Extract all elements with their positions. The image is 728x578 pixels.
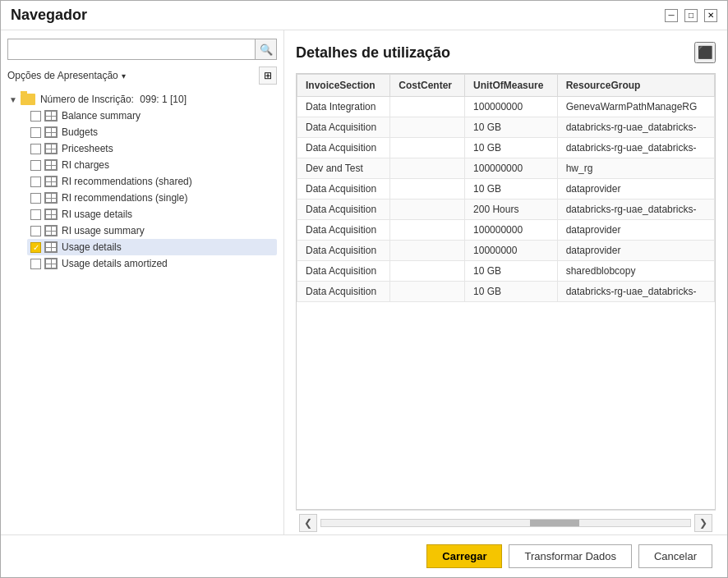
right-panel: Detalhes de utilização ⬛ InvoiceSectionC… (284, 30, 727, 534)
table-cell-r5-c2: 200 Hours (465, 200, 558, 220)
minimize-button[interactable]: ─ (665, 9, 678, 22)
table-cell-r5-c0: Data Acquisition (297, 200, 390, 220)
root-label: Número de Inscrição: 099: 1 [10] (40, 94, 187, 105)
table-icon (44, 258, 58, 269)
table-cell-r0-c0: Data Integration (297, 97, 390, 117)
load-button[interactable]: Carregar (426, 544, 502, 568)
tree-item-pricesheets[interactable]: Pricesheets (27, 140, 277, 157)
tree-item-ri-charges[interactable]: RI charges (27, 157, 277, 173)
table-cell-r0-c2: 100000000 (465, 97, 558, 117)
export-button[interactable]: ⬛ (694, 42, 716, 63)
window-title: Navegador (11, 7, 87, 24)
scroll-thumb (530, 520, 579, 526)
item-label-budgets: Budgets (62, 126, 98, 138)
table-icon (44, 192, 58, 204)
table-row: Data Acquisition10000000dataprovider (297, 241, 715, 261)
table-cell-r6-c0: Data Acquisition (297, 220, 390, 241)
item-label-pricesheets: Pricesheets (62, 143, 113, 154)
col-header-unitofmeasure: UnitOfMeasure (465, 75, 558, 97)
data-table-wrapper[interactable]: InvoiceSectionCostCenterUnitOfMeasureRes… (296, 73, 716, 510)
tree-item-ri-recommendations-shared[interactable]: RI recommendations (shared) (27, 173, 277, 190)
checkbox-balance-summary[interactable] (30, 111, 41, 122)
table-row: Data Integration100000000GenevaWarmPathM… (297, 97, 715, 117)
table-cell-r4-c0: Data Acquisition (297, 179, 390, 200)
table-cell-r3-c3: hw_rg (557, 158, 714, 179)
table-row: Data Acquisition10 GBdatabricks-rg-uae_d… (297, 117, 715, 138)
table-cell-r7-c1 (390, 241, 465, 261)
table-cell-r6-c2: 100000000 (465, 220, 558, 241)
table-cell-r6-c1 (390, 220, 465, 241)
checkbox-ri-recommendations-shared[interactable] (30, 177, 41, 187)
transform-button[interactable]: Transformar Dados (509, 544, 632, 568)
checkbox-ri-charges[interactable] (30, 160, 41, 171)
checkbox-ri-usage-summary[interactable] (30, 226, 41, 236)
search-button[interactable]: 🔍 (256, 39, 277, 60)
table-cell-r7-c2: 10000000 (465, 241, 558, 261)
scroll-track[interactable] (320, 519, 691, 527)
table-cell-r2-c3: databricks-rg-uae_databricks- (557, 138, 714, 158)
maximize-button[interactable]: □ (684, 9, 698, 22)
table-cell-r9-c1 (390, 282, 465, 302)
col-header-costcenter: CostCenter (390, 75, 465, 97)
maximize-icon: □ (689, 11, 693, 20)
item-label-usage-details: Usage details (62, 241, 122, 253)
checkbox-pricesheets[interactable] (30, 144, 41, 154)
table-icon (44, 241, 58, 253)
options-label[interactable]: Opções de Apresentação ▾ (7, 70, 126, 81)
item-label-ri-usage-details: RI usage details (62, 209, 132, 220)
checkbox-ri-usage-details[interactable] (30, 209, 41, 220)
checkbox-usage-details[interactable]: ✓ (30, 242, 41, 253)
tree-item-ri-usage-summary[interactable]: RI usage summary (27, 222, 277, 239)
search-input[interactable] (7, 39, 256, 60)
cancel-button[interactable]: Cancelar (638, 544, 712, 568)
tree-expand-icon: ▼ (9, 95, 17, 104)
export-icon: ⬛ (698, 45, 713, 60)
tree-root[interactable]: ▼ Número de Inscrição: 099: 1 [10] (7, 91, 277, 108)
table-cell-r8-c3: sharedblobcopy (557, 261, 714, 282)
tree-item-usage-details-amortized[interactable]: Usage details amortized (27, 255, 277, 272)
tree-item-ri-usage-details[interactable]: RI usage details (27, 206, 277, 222)
tree-options-button[interactable]: ⊞ (259, 67, 277, 85)
footer: Carregar Transformar Dados Cancelar (1, 534, 727, 577)
table-cell-r2-c1 (390, 138, 465, 158)
checkbox-ri-recommendations-single[interactable] (30, 193, 41, 204)
item-label-ri-charges: RI charges (62, 159, 109, 171)
col-header-invoicesection: InvoiceSection (297, 75, 390, 97)
table-cell-r5-c1 (390, 200, 465, 220)
table-cell-r1-c1 (390, 117, 465, 138)
table-cell-r1-c2: 10 GB (465, 117, 558, 138)
tree-item-balance-summary[interactable]: Balance summary (27, 108, 277, 124)
close-button[interactable]: ✕ (704, 9, 717, 22)
folder-icon (21, 94, 35, 105)
chevron-down-icon: ▾ (122, 71, 126, 80)
scroll-left-button[interactable]: ❮ (299, 514, 317, 532)
col-header-resourcegroup: ResourceGroup (557, 75, 714, 97)
tree-item-usage-details[interactable]: ✓Usage details (27, 239, 277, 255)
tree-items: Balance summaryBudgetsPricesheetsRI char… (7, 108, 277, 272)
table-row: Data Acquisition200 Hoursdatabricks-rg-u… (297, 200, 715, 220)
search-row: 🔍 (7, 39, 277, 60)
table-cell-r4-c2: 10 GB (465, 179, 558, 200)
table-icon (44, 143, 58, 154)
title-bar: Navegador ─ □ ✕ (1, 1, 727, 30)
scrollbar-row: ❮ ❯ (296, 510, 716, 534)
tree-item-budgets[interactable]: Budgets (27, 124, 277, 140)
checkbox-budgets[interactable] (30, 127, 41, 138)
arrow-left-icon: ❮ (304, 517, 312, 529)
table-row: Data Acquisition100000000dataprovider (297, 220, 715, 241)
table-cell-r6-c3: dataprovider (557, 220, 714, 241)
tree-item-ri-recommendations-single[interactable]: RI recommendations (single) (27, 190, 277, 206)
options-grid-icon: ⊞ (264, 70, 272, 81)
table-row: Data Acquisition10 GBdatabricks-rg-uae_d… (297, 282, 715, 302)
scroll-right-button[interactable]: ❯ (694, 514, 712, 532)
table-icon (44, 209, 58, 220)
table-cell-r9-c0: Data Acquisition (297, 282, 390, 302)
checkbox-usage-details-amortized[interactable] (30, 259, 41, 269)
arrow-right-icon: ❯ (699, 517, 707, 529)
table-cell-r0-c3: GenevaWarmPathManageRG (557, 97, 714, 117)
options-row: Opções de Apresentação ▾ ⊞ (7, 67, 277, 85)
left-panel: 🔍 Opções de Apresentação ▾ ⊞ ▼ (1, 30, 284, 534)
table-icon (44, 126, 58, 138)
table-row: Dev and Test100000000hw_rg (297, 158, 715, 179)
right-title: Detalhes de utilização (296, 44, 450, 62)
